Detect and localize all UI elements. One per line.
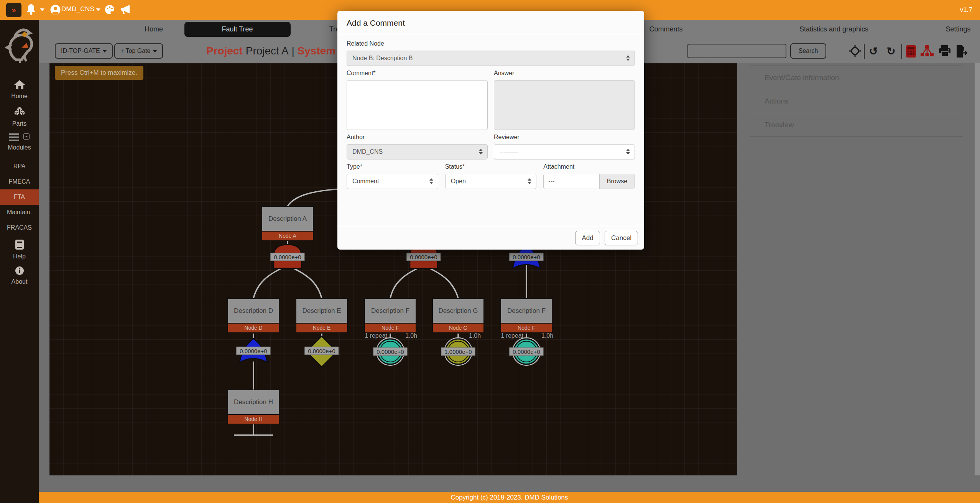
sidebar-item-label: Parts [0, 120, 39, 127]
comment-label: Comment* [347, 70, 488, 77]
search-input[interactable] [687, 44, 786, 58]
probability-badge: 0.0000e+0 [406, 253, 441, 261]
megaphone-icon[interactable] [120, 4, 131, 16]
tab-comments[interactable]: Comments [649, 20, 682, 38]
tab-home[interactable]: Home [145, 20, 163, 38]
node-a[interactable]: Description ANode A [261, 206, 314, 241]
event-node-id: Node D [228, 323, 279, 332]
select-arrows-icon [626, 55, 630, 61]
attachment-input-group: --- Browse [543, 174, 635, 189]
event-annotation: 1 repeat [501, 332, 523, 339]
add-button[interactable]: Add [575, 231, 600, 245]
related-node-select[interactable]: Node B: Description B [347, 51, 635, 66]
diagram-icon[interactable] [921, 45, 934, 58]
bell-caret-icon[interactable] [40, 8, 44, 11]
calculator-icon[interactable] [904, 45, 918, 58]
event-description: Description F [365, 299, 416, 323]
chevron-down-icon [153, 50, 157, 53]
node-g[interactable]: Description GNode G [432, 298, 484, 333]
gate-id-dropdown[interactable]: ID-TOP-GATE [55, 43, 113, 59]
author-label: Author [347, 134, 488, 141]
undo-icon[interactable]: ↺ [867, 45, 880, 58]
event-description: Description G [433, 299, 483, 323]
tab-fault-tree[interactable]: Fault Tree [222, 20, 253, 38]
modal-footer: Add Cancel [337, 226, 644, 250]
sidebar-item-home[interactable]: Home [0, 80, 39, 100]
event-node-id: Node H [228, 414, 279, 424]
probability-badge: 0.0000e+0 [236, 347, 270, 355]
event-node-id: Node F [365, 323, 416, 332]
sidebar-item-about[interactable]: About [0, 266, 39, 285]
status-select[interactable]: Open [445, 174, 537, 189]
user-caret-icon[interactable] [96, 8, 100, 11]
event-description: Description D [228, 299, 279, 323]
event-node-id: Node G [433, 323, 483, 332]
footer: Copyright (c) 2018-2023, DMD Solutions [39, 492, 980, 503]
probability-badge: 0.0000e+0 [373, 348, 407, 356]
event-annotation: 1.0h [469, 332, 481, 339]
modules-dropdown-icon[interactable] [23, 133, 30, 141]
reviewer-select[interactable]: --------- [494, 144, 635, 159]
node-e[interactable]: Description ENode E [296, 298, 348, 333]
palette-icon[interactable] [104, 4, 115, 16]
probability-badge: 0.0000e+0 [304, 347, 339, 355]
bell-icon[interactable] [26, 3, 36, 16]
tab-settings[interactable]: Settings [945, 20, 970, 38]
menu-icon [9, 133, 19, 143]
sidebar-item-parts[interactable]: Parts [0, 107, 39, 127]
panel-section-event-gate-information[interactable]: Event/Gate information [750, 66, 963, 89]
search-button[interactable]: Search [790, 43, 826, 59]
node-f-repeat[interactable]: Description FNode F [500, 298, 552, 333]
add-comment-modal: Add a Comment Related Node Node B: Descr… [337, 11, 644, 250]
type-select[interactable]: Comment [347, 174, 438, 189]
related-node-label: Related Node [347, 40, 635, 47]
sidebar-item-rpa[interactable]: RPA [0, 159, 39, 174]
probability-badge: 0.0000e+0 [509, 348, 543, 356]
sidebar-item-help[interactable]: Help [0, 239, 39, 260]
redo-icon[interactable]: ↻ [885, 45, 898, 58]
tab-statistics[interactable]: Statistics and graphics [799, 20, 868, 38]
type-label: Type* [347, 163, 438, 170]
event-annotation: 1.0h [405, 332, 417, 339]
attachment-label: Attachment [543, 163, 635, 170]
sidebar-item-fracas[interactable]: FRACAS [0, 220, 39, 235]
book-icon [15, 239, 24, 250]
toolbar-divider [901, 44, 902, 59]
node-f[interactable]: Description FNode F [364, 298, 416, 333]
author-select: DMD_CNS [347, 144, 488, 159]
comment-textarea[interactable] [347, 80, 488, 130]
node-d[interactable]: Description DNode D [227, 298, 280, 333]
right-accordion-panel: Event/Gate information Actions Treeview [750, 66, 963, 137]
add-top-gate-button[interactable]: + Top Gate [114, 43, 163, 59]
cubes-icon [13, 107, 26, 117]
event-node-id: Node A [262, 231, 313, 240]
sidebar-collapse-button[interactable]: » [6, 3, 21, 17]
print-icon[interactable] [938, 45, 951, 58]
select-arrows-icon [626, 149, 630, 155]
browse-button[interactable]: Browse [599, 174, 635, 189]
sidebar-item-maintain[interactable]: Maintain. [0, 205, 39, 220]
sidebar-item-fta[interactable]: FTA [0, 189, 39, 205]
sidebar-item-modules[interactable]: Modules [0, 133, 39, 151]
answer-label: Answer [494, 70, 635, 77]
scrollbar[interactable] [975, 63, 980, 475]
user-menu[interactable]: DMD_CNS [61, 5, 94, 13]
answer-textarea [494, 80, 635, 130]
probability-badge: 0.0000e+0 [509, 253, 543, 261]
node-h[interactable]: Description HNode H [227, 390, 280, 424]
home-icon [14, 80, 25, 90]
panel-section-actions[interactable]: Actions [750, 89, 963, 113]
sidebar-item-label: About [0, 278, 39, 285]
target-icon[interactable] [848, 45, 862, 58]
export-icon[interactable] [955, 45, 968, 58]
user-icon[interactable] [50, 5, 61, 16]
sidebar-item-fmeca[interactable]: FMECA [0, 174, 39, 189]
attachment-value[interactable]: --- [544, 174, 599, 189]
select-arrows-icon [528, 178, 531, 184]
event-node-id: Node F [501, 323, 552, 332]
event-annotation: 1.0h [541, 332, 553, 339]
select-arrows-icon [479, 149, 483, 155]
cancel-button[interactable]: Cancel [605, 231, 638, 245]
logo-bird[interactable] [5, 23, 35, 66]
panel-section-treeview[interactable]: Treeview [750, 113, 963, 137]
